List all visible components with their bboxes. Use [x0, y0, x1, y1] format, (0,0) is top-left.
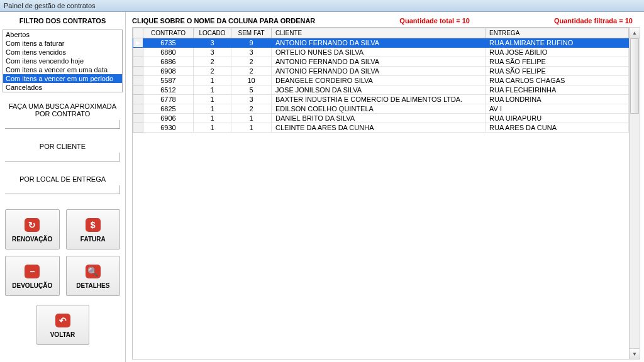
table-row[interactable]: 693011CLEINTE DA ARES DA CUNHARUA ARES D… [133, 123, 629, 133]
cell-entrega: RUA UIRAPURU [486, 114, 629, 123]
cell-entrega: RUA SÃO FELIPE [486, 67, 629, 76]
back-icon: ↶ [55, 314, 70, 327]
devolucao-label: DEVOLUÇÃO [12, 282, 52, 289]
scroll-track[interactable] [630, 38, 640, 348]
search-entrega-label: POR LOCAL DE ENTREGA [3, 174, 123, 184]
search-contrato-input[interactable] [5, 120, 120, 129]
cell-semfat: 2 [231, 67, 272, 76]
col-cliente[interactable]: CLIENTE [272, 28, 486, 38]
table-row[interactable]: 682512EDILSON COELHO QUINTELAAV I [133, 104, 629, 114]
search-entrega-input[interactable] [5, 185, 120, 194]
cell-cliente: DEANGELE CORDEIRO SILVA [272, 76, 486, 85]
cell-contrato: 6512 [143, 85, 194, 95]
cell-cliente: ANTONIO FERNANDO DA SILVA [272, 38, 486, 48]
col-entrega[interactable]: ENTREGA [486, 28, 629, 38]
filtro-item[interactable]: Com itens a faturar [3, 39, 122, 48]
vertical-scrollbar[interactable]: ▲ ▼ [630, 27, 640, 359]
cell-locado: 1 [194, 85, 231, 95]
cell-locado: 3 [194, 48, 231, 57]
cell-entrega: RUA SÃO FELIPE [486, 57, 629, 67]
cell-semfat: 2 [231, 104, 272, 114]
cell-contrato: 6778 [143, 95, 194, 104]
table-row[interactable]: 688622ANTONIO FERNANDO DA SILVARUA SÃO F… [133, 57, 629, 67]
row-marker [133, 76, 143, 85]
fatura-label: FATURA [80, 236, 106, 243]
cell-locado: 3 [194, 38, 231, 48]
cell-semfat: 2 [231, 57, 272, 67]
table-row[interactable]: 651215JOSE JONILSON DA SILVARUA FLECHEIR… [133, 85, 629, 95]
cell-cliente: BAXTER INDUSTRIA E COMERCIO DE ALIMENTOS… [272, 95, 486, 104]
scroll-thumb[interactable] [630, 38, 639, 114]
filtro-item[interactable]: Com itens vencendo hoje [3, 57, 122, 65]
cell-cliente: CLEINTE DA ARES DA CUNHA [272, 123, 486, 133]
cell-semfat: 3 [231, 48, 272, 57]
contracts-table[interactable]: CONTRATO LOCADO SEM FAT CLIENTE ENTREGA … [133, 28, 629, 133]
cell-semfat: 1 [231, 123, 272, 133]
cell-locado: 2 [194, 57, 231, 67]
qty-filtrada: Quantidade filtrada = 10 [554, 17, 633, 25]
filtro-item[interactable]: Com itens vencidos [3, 48, 122, 57]
cell-contrato: 6906 [143, 114, 194, 123]
search-cliente-label: POR CLIENTE [3, 141, 123, 151]
row-marker [133, 114, 143, 123]
cell-contrato: 5587 [143, 76, 194, 85]
col-semfat[interactable]: SEM FAT [231, 28, 272, 38]
cell-semfat: 1 [231, 114, 272, 123]
renovacao-label: RENOVAÇÃO [12, 236, 52, 243]
cell-locado: 1 [194, 123, 231, 133]
cell-contrato: 6908 [143, 67, 194, 76]
cell-locado: 1 [194, 114, 231, 123]
cell-locado: 2 [194, 67, 231, 76]
invoice-icon: $ [86, 218, 101, 232]
fatura-button[interactable]: $ FATURA [66, 209, 121, 250]
col-locado[interactable]: LOCADO [194, 28, 231, 38]
filtro-item[interactable]: Abertos [3, 30, 122, 39]
cell-locado: 1 [194, 76, 231, 85]
filtro-item[interactable]: Cancelados [3, 83, 122, 92]
main-panel: CLIQUE SOBRE O NOME DA COLUNA PARA ORDEN… [126, 12, 644, 362]
voltar-button[interactable]: ↶ VOLTAR [36, 305, 89, 345]
scroll-down-button[interactable]: ▼ [630, 348, 640, 359]
row-marker [133, 123, 143, 133]
detalhes-button[interactable]: 🔍 DETALHES [66, 256, 121, 296]
cell-contrato: 6825 [143, 104, 194, 114]
row-marker [133, 48, 143, 57]
filtro-title: FILTRO DOS CONTRATOS [3, 14, 123, 27]
table-row[interactable]: 688033ORTELIO NUNES DA SILVARUA JOSE ABI… [133, 48, 629, 57]
col-contrato[interactable]: CONTRATO [143, 28, 194, 38]
row-marker [133, 85, 143, 95]
cell-entrega: RUA FLECHEIRINHA [486, 85, 629, 95]
row-marker [133, 104, 143, 114]
search-cliente-input[interactable] [5, 153, 120, 162]
cell-semfat: 5 [231, 85, 272, 95]
cell-semfat: 10 [231, 76, 272, 85]
devolucao-button[interactable]: − DEVOLUÇÃO [5, 256, 60, 296]
filtro-item[interactable]: Com itens a vencer em uma data [3, 65, 122, 74]
table-row[interactable]: 690822ANTONIO FERNANDO DA SILVARUA SÃO F… [133, 67, 629, 76]
cell-cliente: ANTONIO FERNANDO DA SILVA [272, 67, 486, 76]
renew-icon: ↻ [25, 218, 40, 232]
qty-total: Quantidade total = 10 [399, 17, 470, 25]
cell-entrega: RUA JOSE ABILIO [486, 48, 629, 57]
cell-contrato: 6880 [143, 48, 194, 57]
table-row[interactable]: ▶673539ANTONIO FERNANDO DA SILVARUA ALMI… [133, 38, 629, 48]
cell-entrega: RUA LONDRINA [486, 95, 629, 104]
col-marker [133, 28, 143, 38]
search-contrato-label: FAÇA UMA BUSCA APROXIMADA POR CONTRATO [3, 101, 123, 119]
filtro-list[interactable]: AbertosCom itens a faturarCom itens venc… [3, 30, 123, 92]
voltar-label: VOLTAR [50, 331, 75, 338]
cell-semfat: 3 [231, 95, 272, 104]
table-row[interactable]: 677813BAXTER INDUSTRIA E COMERCIO DE ALI… [133, 95, 629, 104]
renovacao-button[interactable]: ↻ RENOVAÇÃO [5, 209, 60, 250]
scroll-up-button[interactable]: ▲ [630, 28, 640, 38]
filtro-item[interactable]: Com itens a vencer em um periodo [3, 74, 122, 83]
row-marker [133, 67, 143, 76]
cell-cliente: ANTONIO FERNANDO DA SILVA [272, 57, 486, 67]
order-hint: CLIQUE SOBRE O NOME DA COLUNA PARA ORDEN… [132, 17, 315, 25]
cell-contrato: 6735 [143, 38, 194, 48]
table-row[interactable]: 5587110DEANGELE CORDEIRO SILVARUA CARLOS… [133, 76, 629, 85]
table-row[interactable]: 690611DANIEL BRITO DA SILVARUA UIRAPURU [133, 114, 629, 123]
cell-cliente: ORTELIO NUNES DA SILVA [272, 48, 486, 57]
cell-contrato: 6930 [143, 123, 194, 133]
window-title: Painel de gestão de contratos [0, 0, 644, 12]
